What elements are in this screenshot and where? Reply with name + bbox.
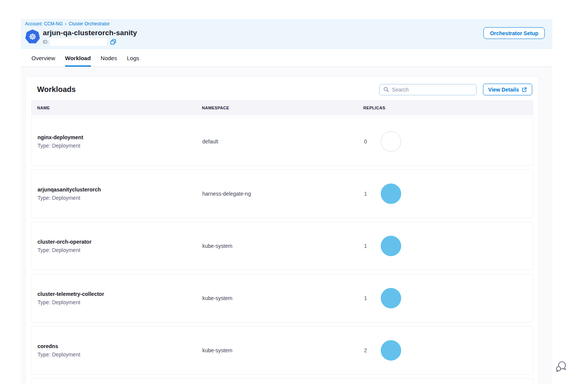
svg-text:☸: ☸ — [29, 32, 36, 42]
table-row[interactable]: arjunqasanityclusterorch Type: Deploymen… — [31, 170, 533, 218]
workloads-card: Workloads View Details — [25, 76, 539, 384]
orchestrator-setup-button[interactable]: Orchestrator Setup — [483, 27, 545, 39]
workload-type: Type: Deployment — [38, 195, 196, 201]
page: Account: CCM-NG › Cluster Orchestrator ☸… — [0, 0, 569, 392]
replica-count: 1 — [364, 295, 367, 301]
cluster-header: Account: CCM-NG › Cluster Orchestrator ☸… — [21, 19, 552, 49]
tab-label: Logs — [127, 55, 139, 61]
workload-type: Type: Deployment — [38, 143, 196, 149]
replica-count: 0 — [364, 138, 367, 145]
workload-namespace: kube-system — [196, 347, 358, 353]
workload-namespace: kube-system — [196, 243, 358, 249]
replica-count: 1 — [364, 243, 367, 249]
workload-type: Type: Deployment — [38, 299, 196, 305]
page-title: arjun-qa-clusterorch-sanity — [43, 29, 137, 37]
cluster-id-label: ID: — [43, 39, 48, 45]
column-header-replicas: REPLICAS — [357, 106, 533, 110]
tabs: OverviewWorkloadNodesLogs — [21, 49, 552, 67]
kubernetes-icon: ☸ — [25, 30, 40, 44]
tab-label: Overview — [31, 55, 55, 61]
tab-workload[interactable]: Workload — [65, 49, 91, 67]
help-chat-button[interactable] — [555, 360, 567, 373]
workload-name: cluster-orch-operator — [38, 239, 196, 245]
external-link-icon — [522, 87, 527, 92]
workload-name: cluster-telemetry-collector — [38, 291, 196, 297]
workload-type: Type: Deployment — [38, 247, 196, 253]
breadcrumb-account-link[interactable]: Account: CCM-NG — [25, 21, 63, 26]
replica-circle — [381, 288, 401, 308]
workload-namespace: harness-delegate-ng — [196, 191, 358, 197]
workload-namespace: default — [196, 138, 358, 145]
tab-label: Workload — [65, 55, 91, 61]
workload-type: Type: Deployment — [38, 352, 196, 358]
tab-logs[interactable]: Logs — [127, 49, 139, 67]
view-details-button[interactable]: View Details — [483, 84, 532, 95]
breadcrumb: Account: CCM-NG › Cluster Orchestrator — [25, 21, 109, 26]
table-row[interactable]: nginx-deployment Type: Deployment defaul… — [31, 117, 533, 166]
table-header: NAME NAMESPACE REPLICAS — [31, 100, 533, 115]
chat-bubbles-icon — [555, 367, 567, 374]
table-row[interactable]: cluster-telemetry-collector Type: Deploy… — [31, 274, 533, 322]
column-header-namespace: NAMESPACE — [196, 106, 357, 110]
search-box[interactable] — [379, 84, 477, 95]
replica-circle — [381, 184, 401, 204]
search-input[interactable] — [392, 87, 472, 93]
workload-name: nginx-deployment — [38, 134, 196, 140]
workload-rows: nginx-deployment Type: Deployment defaul… — [31, 117, 533, 384]
tab-overview[interactable]: Overview — [31, 49, 55, 67]
table-row[interactable]: coredns Type: Deployment kube-system 2 — [31, 326, 533, 375]
replica-count: 2 — [364, 347, 367, 353]
view-details-label: View Details — [488, 87, 519, 93]
table-row-partial — [31, 378, 533, 384]
breadcrumb-separator-icon: › — [65, 21, 66, 26]
tab-label: Nodes — [101, 55, 117, 61]
search-icon — [383, 87, 389, 92]
column-header-name: NAME — [31, 106, 196, 110]
table-row[interactable]: cluster-orch-operator Type: Deployment k… — [31, 222, 533, 270]
tab-nodes[interactable]: Nodes — [101, 49, 117, 67]
copy-icon[interactable] — [110, 39, 116, 45]
main-content: Workloads View Details — [21, 67, 552, 384]
replica-count: 1 — [364, 191, 367, 197]
breadcrumb-current-link[interactable]: Cluster Orchestrator — [69, 21, 109, 26]
workloads-title: Workloads — [37, 85, 76, 94]
workload-namespace: kube-system — [196, 295, 358, 301]
workload-name: coredns — [38, 343, 196, 349]
replica-circle — [381, 131, 401, 152]
workload-name: arjunqasanityclusterorch — [38, 187, 196, 193]
replica-circle — [381, 236, 401, 256]
cluster-id-redacted — [50, 38, 107, 46]
replica-circle — [381, 340, 401, 361]
